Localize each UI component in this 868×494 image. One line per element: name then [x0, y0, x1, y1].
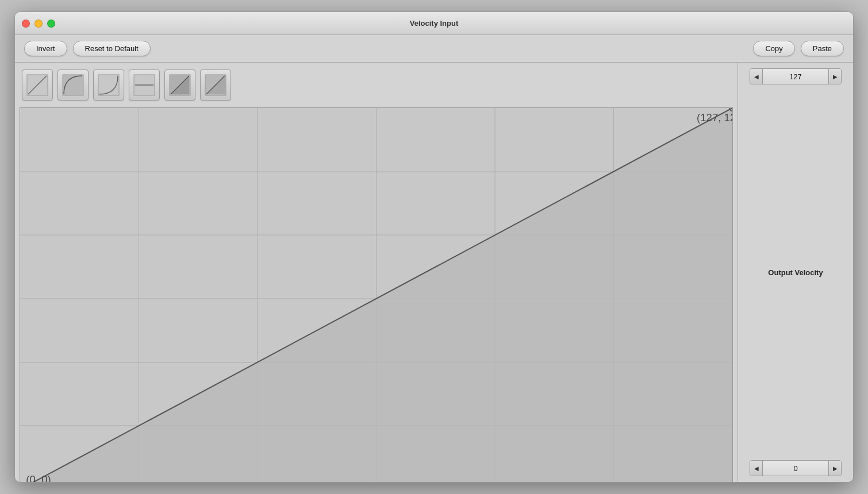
copy-button[interactable]: Copy: [753, 41, 794, 56]
paste-button[interactable]: Paste: [801, 41, 844, 56]
curve-icon-convex[interactable]: [93, 70, 124, 101]
invert-button[interactable]: Invert: [24, 41, 67, 56]
top-value-display: 127: [763, 72, 828, 81]
sidebar: ◀ 127 ▶ Output Velocity ◀ 0 ▶: [738, 63, 853, 482]
close-button[interactable]: [22, 20, 30, 28]
curve-icon-concave[interactable]: [57, 70, 89, 101]
curve-selector: [20, 67, 733, 103]
svg-text:(127, 127): (127, 127): [697, 111, 732, 124]
toolbar: Invert Reset to Default Copy Paste: [15, 35, 853, 63]
top-value-decrement[interactable]: ◀: [750, 68, 763, 84]
titlebar: Velocity Input: [15, 12, 853, 35]
curve-icon-linear[interactable]: [22, 70, 53, 101]
bottom-value-decrement[interactable]: ◀: [750, 460, 763, 476]
minimize-button[interactable]: [34, 20, 43, 28]
main-content: (127, 127) (0, 0) 0 Input Velocity 127 ◀…: [15, 63, 853, 482]
svg-text:(0, 0): (0, 0): [26, 473, 51, 482]
curve-icon-half-diagonal[interactable]: [200, 70, 231, 101]
maximize-button[interactable]: [47, 20, 55, 28]
toolbar-left: Invert Reset to Default: [24, 41, 151, 56]
bottom-value-display: 0: [763, 464, 828, 473]
top-value-spinner[interactable]: ◀ 127 ▶: [750, 68, 842, 84]
bottom-value-spinner[interactable]: ◀ 0 ▶: [750, 460, 842, 476]
reset-to-default-button[interactable]: Reset to Default: [73, 41, 151, 56]
curve-icon-flat[interactable]: [129, 70, 160, 101]
bottom-value-increment[interactable]: ▶: [828, 460, 841, 476]
graph-svg: (127, 127) (0, 0): [20, 108, 732, 482]
traffic-lights: [22, 20, 55, 28]
window-title: Velocity Input: [410, 19, 459, 28]
graph-area: (127, 127) (0, 0) 0 Input Velocity 127: [15, 63, 738, 482]
graph-container[interactable]: (127, 127) (0, 0): [20, 107, 733, 482]
curve-icon-half-linear[interactable]: [164, 70, 195, 101]
velocity-input-window: Velocity Input Invert Reset to Default C…: [14, 11, 854, 483]
top-value-increment[interactable]: ▶: [828, 68, 841, 84]
output-velocity-label: Output Velocity: [768, 268, 823, 277]
toolbar-right: Copy Paste: [753, 41, 844, 56]
